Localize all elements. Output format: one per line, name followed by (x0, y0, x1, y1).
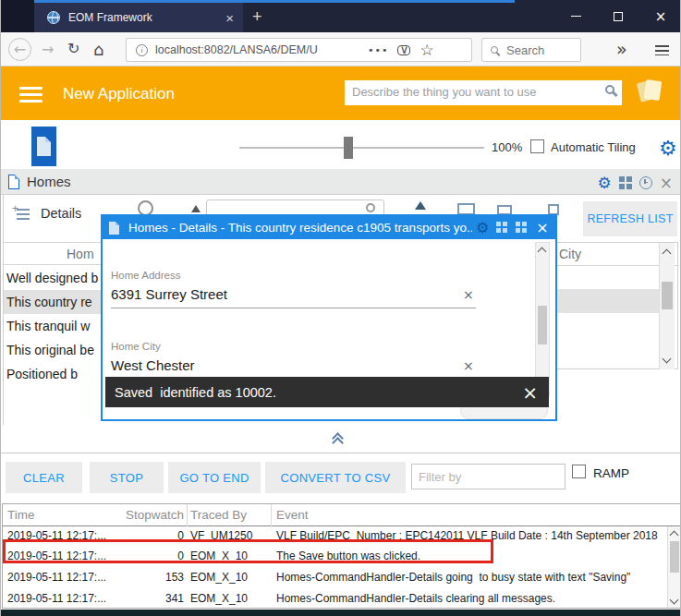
col-event[interactable]: Event (276, 508, 309, 522)
globe-icon (47, 11, 60, 24)
back-button[interactable]: ← (8, 38, 31, 61)
hidden-toolbar-pin-icon[interactable] (191, 205, 201, 212)
toast-close-icon[interactable]: × (522, 381, 538, 404)
col-time[interactable]: Time (7, 508, 35, 522)
forward-button[interactable]: → (42, 42, 54, 57)
app-menu-button[interactable] (19, 83, 43, 106)
new-tab-button[interactable]: + (252, 7, 262, 27)
app-search-input[interactable] (345, 80, 587, 103)
ramp-checkbox[interactable] (572, 465, 586, 478)
trace-scrollbar[interactable] (667, 526, 681, 609)
url-text: localhost:8082/LANSA6/DEM/U (155, 43, 368, 56)
hidden-toolbar-upload-icon[interactable] (415, 201, 426, 210)
home-city-clear-icon[interactable]: × (463, 358, 474, 373)
home-city-value[interactable]: West Chester (111, 357, 195, 373)
trace-scrollbar-thumb[interactable] (670, 541, 679, 573)
city-list-scrollbar[interactable] (659, 243, 675, 369)
scroll-down-icon[interactable] (663, 355, 672, 364)
annotation-highlight-box (3, 539, 493, 563)
collapse-panel-button[interactable] (334, 434, 342, 447)
dialog-tile-icon[interactable] (496, 222, 508, 234)
browser-tab[interactable]: EOM Framework × (34, 3, 243, 32)
overflow-menu-icon[interactable]: » (616, 41, 627, 58)
automatic-tiling-checkbox[interactable] (530, 139, 544, 153)
titlebar-corner (1, 0, 34, 32)
toast-message: Saved identified as 10002. (115, 385, 522, 400)
maximize-button[interactable] (597, 0, 639, 32)
home-button[interactable]: ⌂ (93, 42, 103, 58)
document-icon (37, 137, 51, 156)
saved-toast: Saved identified as 10002. × (105, 377, 549, 407)
zoom-slider-thumb[interactable] (344, 137, 353, 159)
app-search-icon[interactable] (605, 85, 614, 94)
trace-row[interactable]: 2019-05-11 12:17:... 341 EOM_X_10 Homes-… (3, 592, 666, 609)
settings-gear-icon[interactable]: ⚙ (659, 137, 677, 160)
home-address-underline (111, 308, 476, 308)
homes-list: Hom Well designed b This country re This… (3, 195, 101, 425)
col-traced-by[interactable]: Traced By (190, 508, 247, 522)
dialog-header[interactable]: Homes - Details - This country residence… (103, 216, 555, 239)
bookmark-star-icon[interactable]: ☆ (420, 42, 433, 58)
scrollbar-thumb[interactable] (662, 282, 673, 309)
back-icon: ← (14, 42, 26, 57)
list-item[interactable]: Well designed b (4, 266, 101, 290)
homes-list-header[interactable]: Hom (4, 242, 101, 265)
app-search-box[interactable] (345, 80, 622, 105)
clear-button[interactable]: CLEAR (6, 462, 82, 493)
go-to-end-button[interactable]: GO TO END (168, 462, 261, 493)
trace-row[interactable]: 2019-05-11 12:17:... 153 EOM_X_10 Homes-… (3, 571, 666, 589)
homes-history-icon[interactable] (639, 176, 652, 189)
maximize-icon (614, 12, 623, 21)
ramp-label: RAMP (593, 466, 629, 480)
trace-scroll-up-icon[interactable] (670, 531, 679, 540)
list-item[interactable]: This tranquil w (4, 314, 101, 338)
zoom-value: 100% (492, 140, 522, 154)
convert-to-csv-button[interactable]: CONVERT TO CSV (265, 462, 406, 493)
col-stopwatch[interactable]: Stopwatch (114, 508, 184, 522)
minimize-icon (571, 16, 581, 18)
url-fade (331, 43, 368, 56)
home-address-label: Home Address (111, 270, 180, 281)
dialog-scroll-up-icon[interactable] (538, 248, 547, 257)
hidden-toolbar-search-icon (366, 203, 375, 212)
stop-button[interactable]: STOP (90, 462, 164, 493)
page-actions-icon[interactable]: ••• (368, 45, 388, 55)
home-address-clear-icon[interactable]: × (463, 287, 474, 302)
window-close-button[interactable]: × (639, 0, 681, 32)
refresh-button[interactable]: ↻ (67, 42, 79, 56)
dialog-title: Homes - Details - This country residence… (128, 221, 472, 235)
homes-panel-icons: ⚙ × (598, 174, 674, 192)
browser-search-box[interactable]: Search (481, 38, 581, 62)
url-bar[interactable]: i localhost:8082/LANSA6/DEM/U ••• ∨ ☆ (126, 38, 472, 62)
site-info-icon[interactable]: i (136, 44, 148, 56)
homes-close-icon[interactable]: × (660, 175, 673, 191)
dialog-expand-icon[interactable] (516, 222, 528, 234)
trace-scroll-down-icon[interactable] (670, 596, 679, 605)
tab-close-icon[interactable]: × (225, 10, 234, 26)
filter-input[interactable] (411, 464, 565, 489)
list-item[interactable]: Positioned b (4, 362, 101, 386)
tab-title: EOM Framework (68, 11, 225, 24)
city-list-selected-row[interactable] (553, 289, 660, 313)
app-title: New Application (63, 85, 175, 103)
dialog-scrollbar[interactable] (535, 242, 550, 397)
scroll-up-icon[interactable] (663, 249, 672, 259)
list-item[interactable]: This original be (4, 338, 101, 362)
homes-settings-gear-icon[interactable]: ⚙ (598, 174, 612, 192)
zoom-slider-track[interactable] (239, 147, 484, 149)
dialog-doc-icon (109, 222, 119, 235)
dialog-settings-gear-icon[interactable]: ⚙ (476, 219, 489, 236)
home-city-label: Home City (111, 341, 161, 352)
city-column-header[interactable]: City (559, 247, 581, 261)
homes-tile-icon[interactable] (619, 176, 632, 189)
dialog-close-icon[interactable]: × (536, 219, 548, 236)
pocket-icon[interactable]: ∨ (397, 45, 410, 55)
dialog-scrollbar-thumb[interactable] (538, 306, 547, 344)
home-address-value[interactable]: 6391 Surrey Street (111, 286, 227, 302)
minimize-button[interactable] (554, 0, 597, 32)
browser-menu-button[interactable] (655, 42, 669, 58)
application-tile-icon[interactable] (31, 127, 56, 166)
refresh-list-button[interactable]: REFRESH LIST (583, 201, 677, 236)
list-item-selected[interactable]: This country re (4, 290, 101, 314)
sticky-notes-icon[interactable] (637, 79, 664, 104)
